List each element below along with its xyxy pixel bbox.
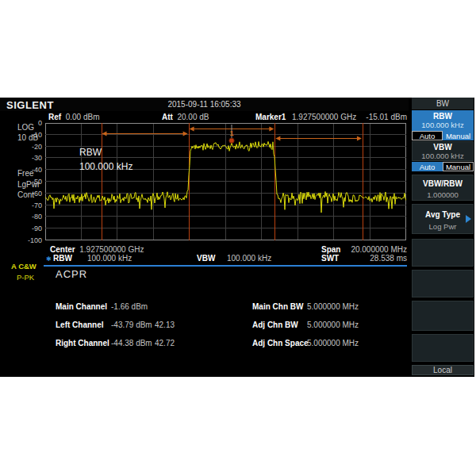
acpr-left-value: -43.79 dBm bbox=[111, 321, 152, 329]
marker-number-label: 1 bbox=[230, 129, 234, 137]
rbw-softkey[interactable]: RBW 100.000 kHz bbox=[412, 110, 474, 131]
rbw-coupled-indicator-icon: ✱ bbox=[46, 255, 52, 263]
main-channel-span-arrowhead-right bbox=[269, 127, 274, 132]
right-channel-span-arrowhead-right bbox=[357, 136, 362, 141]
y-axis-tick-label: -50 bbox=[32, 178, 42, 186]
trace-a-label: A C&W bbox=[11, 262, 36, 271]
y-axis-tick-label: -80 bbox=[32, 213, 42, 221]
att-value: 20.00 dB bbox=[177, 113, 209, 121]
swt-readout: SWT bbox=[321, 254, 339, 263]
submenu-arrow-icon bbox=[466, 215, 471, 223]
softkey-sidebar: BW RBW 100.000 kHz Auto Manual VBW 100.0… bbox=[412, 98, 474, 377]
blank-softkey-2 bbox=[412, 270, 474, 298]
acpr-main-bw-label: Main Chn BW bbox=[252, 302, 303, 311]
rbw-auto-manual-toggle: Auto Manual bbox=[412, 131, 474, 140]
rbw-softkey-value: 100.000 kHz bbox=[413, 121, 473, 129]
y-axis-tick-label: -30 bbox=[32, 154, 42, 162]
vbw-label: VBW bbox=[197, 254, 215, 263]
acpr-main-label: Main Channel bbox=[56, 302, 107, 311]
vbw-rbw-label: VBW/RBW bbox=[413, 179, 473, 188]
left-channel-span-arrowhead-left bbox=[102, 132, 107, 136]
vbw-softkey-label: VBW bbox=[413, 143, 473, 152]
y-axis-tick-label: -100 bbox=[28, 236, 42, 244]
vbw-value: 100.000 kHz bbox=[227, 254, 271, 263]
top-status-bar: SIGLENT 2015-09-11 16:05:33 bbox=[0, 98, 409, 111]
detector-label: P-PK bbox=[17, 273, 34, 282]
ref-value: 0.00 dBm bbox=[66, 113, 100, 121]
plot-area: 1 bbox=[45, 123, 406, 240]
y-axis-tick-label: -70 bbox=[32, 202, 42, 209]
ref-level-readout: Ref 0.00 dBm bbox=[48, 113, 100, 121]
left-channel-span-arrowhead-right bbox=[183, 132, 188, 136]
rbw-softkey-label: RBW bbox=[413, 112, 473, 121]
vbw-rbw-ratio-softkey[interactable]: VBW/RBW 1.000000 bbox=[412, 175, 474, 201]
acpr-adj-bw-value: 5.000000 MHz bbox=[307, 321, 359, 329]
local-status: Local bbox=[412, 365, 474, 375]
rbw-manual-option[interactable]: Manual bbox=[443, 131, 474, 140]
marker-frequency: 1.927500000 GHz bbox=[292, 113, 356, 121]
swt-label: SWT bbox=[321, 254, 339, 263]
center-value: 1.927500000 GHz bbox=[79, 245, 144, 254]
avg-type-value: Log Pwr bbox=[413, 222, 473, 231]
acpr-right-label: Right Channel bbox=[56, 339, 109, 347]
ref-label: Ref bbox=[48, 113, 61, 121]
avg-type-label: Avg Type bbox=[413, 210, 473, 219]
y-axis-tick-label: -20 bbox=[32, 143, 42, 151]
acpr-space-label: Adj Chn Space bbox=[252, 339, 309, 347]
marker-amplitude: -15.01 dBm bbox=[365, 113, 407, 121]
rbw-readout: RBW bbox=[53, 254, 72, 263]
acpr-row-right: Right Channel -44.38 dBm 42.72 Adj Chn S… bbox=[0, 339, 409, 348]
vbw-rbw-value: 1.000000 bbox=[413, 190, 473, 199]
right-channel-span-arrowhead-left bbox=[275, 136, 280, 141]
vbw-softkey[interactable]: VBW 100.000 kHz bbox=[412, 141, 474, 161]
span-label: Span bbox=[321, 245, 340, 254]
vbw-readout: VBW bbox=[197, 254, 215, 263]
acpr-title: ACPR bbox=[56, 268, 87, 280]
attenuation-readout: Att 20.00 dB bbox=[162, 113, 209, 121]
section-divider bbox=[44, 265, 407, 267]
spectrum-plot: 1 bbox=[45, 123, 406, 240]
acpr-left-ratio: 42.13 bbox=[155, 321, 175, 329]
y-axis-tick-label: -60 bbox=[32, 190, 42, 198]
y-axis-tick-label: -40 bbox=[32, 166, 42, 174]
swt-value: 28.538 ms bbox=[341, 254, 407, 263]
center-label: Center bbox=[50, 245, 75, 254]
att-label: Att bbox=[162, 113, 173, 121]
rbw-auto-option[interactable]: Auto bbox=[412, 131, 443, 140]
blank-softkey-1 bbox=[412, 239, 474, 267]
span-value: 20.000000 MHz bbox=[341, 245, 407, 254]
center-freq-readout: Center 1.927500000 GHz bbox=[50, 245, 144, 254]
vbw-auto-option[interactable]: Auto bbox=[412, 162, 443, 171]
analyzer-screen: SIGLENT 2015-09-11 16:05:33 LOG 10 dB Fr… bbox=[0, 98, 474, 377]
y-axis-tick-label: 0 bbox=[38, 119, 42, 127]
avg-type-softkey[interactable]: Avg Type Log Pwr bbox=[412, 204, 474, 234]
marker-readout: Marker1 bbox=[255, 113, 286, 121]
acpr-row-main: Main Channel -1.66 dBm Main Chn BW 5.000… bbox=[0, 302, 409, 312]
rbw-overlay-annotation: RBW 100.000 kHz bbox=[79, 145, 132, 174]
blank-softkey-3 bbox=[412, 301, 474, 331]
acpr-right-ratio: 42.72 bbox=[155, 339, 175, 347]
rbw-overlay-label: RBW bbox=[79, 145, 132, 159]
vbw-manual-option[interactable]: Manual bbox=[443, 162, 474, 171]
y-axis-tick-label: -10 bbox=[32, 131, 42, 139]
vbw-softkey-value: 100.000 kHz bbox=[413, 152, 473, 160]
datetime-display: 2015-09-11 16:05:33 bbox=[0, 100, 409, 109]
acpr-right-value: -44.38 dBm bbox=[111, 339, 152, 347]
acpr-adj-bw-label: Adj Chn BW bbox=[252, 321, 298, 329]
marker-name: Marker1 bbox=[255, 113, 286, 121]
rbw-overlay-value: 100.000 kHz bbox=[79, 159, 132, 174]
vbw-auto-manual-toggle: Auto Manual bbox=[412, 162, 474, 171]
y-axis-tick-label: -90 bbox=[32, 225, 42, 232]
acpr-space-value: 5.000000 MHz bbox=[307, 339, 359, 347]
marker-dot bbox=[229, 138, 234, 143]
rbw-label: RBW bbox=[53, 254, 72, 263]
main-channel-span-arrowhead-left bbox=[190, 127, 194, 132]
menu-title: BW bbox=[412, 98, 474, 109]
y-axis-labels: 0-10-20-30-40-50-60-70-80-90-100 bbox=[17, 123, 43, 240]
acpr-main-value: -1.66 dBm bbox=[111, 302, 148, 311]
span-label-text: Span bbox=[321, 245, 340, 254]
acpr-row-left: Left Channel -43.79 dBm 42.13 Adj Chn BW… bbox=[0, 321, 409, 330]
acpr-left-label: Left Channel bbox=[56, 321, 104, 329]
acpr-main-bw-value: 5.000000 MHz bbox=[307, 302, 359, 311]
rbw-value: 100.000 kHz bbox=[87, 254, 132, 263]
